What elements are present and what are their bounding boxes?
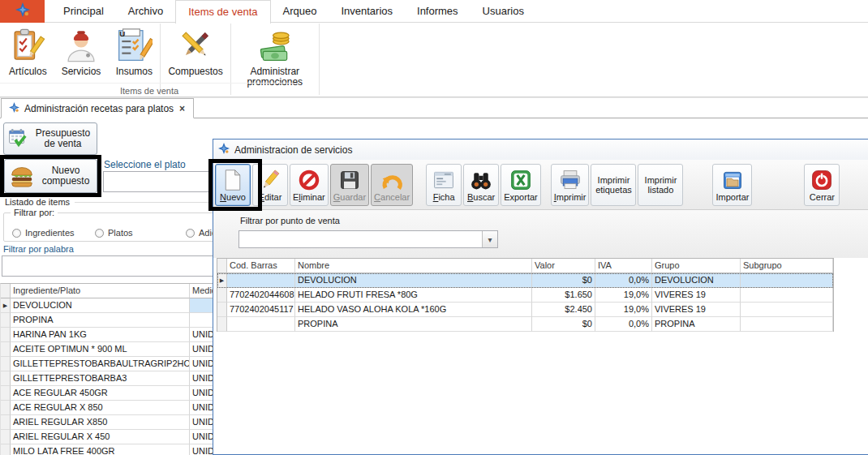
composites-pencils-icon — [177, 26, 214, 65]
menu-tab-informes[interactable]: Informes — [405, 0, 471, 22]
document-tab-label: Administración recetas para platos — [24, 103, 174, 114]
toolbar-button-label: Eliminar — [293, 192, 325, 202]
cell-subgrupo — [741, 317, 833, 332]
cell-cod-barras — [227, 273, 295, 288]
dialog-title: Administracion de servicios — [234, 144, 352, 156]
row-selector-cell — [1, 415, 11, 430]
dialog-title-bar[interactable]: Administracion de servicios — [213, 140, 868, 160]
cell-valor: $2.450 — [532, 303, 595, 317]
cell-ingrediente: ACE REGULAR X 850 — [11, 401, 190, 415]
toolbar-button-cancelar: Cancelar — [371, 164, 413, 206]
presupuesto-de-venta-button[interactable]: Presupuesto de venta — [3, 122, 97, 155]
radio-circle-icon — [186, 229, 195, 238]
app-window: PrincipalArchivoItems de ventaArqueoInve… — [0, 0, 868, 455]
column-header-valor[interactable]: Valor — [532, 259, 595, 273]
button-label: Nuevo compuesto — [39, 165, 92, 187]
cell-subgrupo — [741, 303, 833, 317]
menu-tab-inventarios[interactable]: Inventarios — [329, 0, 405, 22]
row-selector-cell — [1, 430, 11, 444]
toolbar-button-label: Cancelar — [374, 192, 410, 202]
toolbar-button-importar[interactable]: Importar — [712, 164, 752, 206]
cell-iva: 19,0% — [595, 303, 652, 317]
row-selector-cell — [1, 371, 11, 386]
excel-export-icon — [509, 167, 533, 192]
cancel-icon — [380, 167, 404, 192]
toolbar-button-exportar[interactable]: Exportar — [501, 164, 541, 206]
toolbar-button-ficha[interactable]: Ficha — [426, 164, 462, 206]
menu-tab-arqueo[interactable]: Arqueo — [271, 0, 329, 22]
column-header-subgrupo[interactable]: Subgrupo — [741, 259, 833, 273]
chevron-down-icon[interactable]: ▾ — [482, 231, 497, 247]
table-row[interactable]: PROPINA$00,0%PROPINA — [217, 317, 833, 332]
cell-ingrediente: HARINA PAN 1KG — [11, 328, 190, 342]
tab-administracion-recetas[interactable]: Administración recetas para platos × — [1, 98, 194, 118]
menu-tab-items-de-venta[interactable]: Items de venta — [175, 0, 270, 24]
column-header-iva[interactable]: IVA — [595, 259, 652, 273]
pos-filter-section: Filtrar por punto de venta ▾ — [213, 210, 868, 258]
table-row[interactable]: 7702402044608HELADO FRUTI FRESA *80G$1.6… — [217, 288, 833, 303]
table-row[interactable]: ▶DEVOLUCION$00,0%DEVOLUCION — [217, 273, 833, 288]
toolbar-button-label: Editar — [259, 192, 282, 202]
radio-label: Platos — [108, 228, 133, 238]
cell-ingrediente: ARIEL REGULAR X 450 — [11, 430, 190, 444]
toolbar-button-cerrar[interactable]: Cerrar — [804, 164, 840, 206]
menu-tab-archivo[interactable]: Archivo — [116, 0, 175, 22]
app-star-icon — [218, 143, 230, 157]
column-header-gutter — [217, 259, 227, 273]
toolbar-button-buscar[interactable]: Buscar — [463, 164, 499, 206]
toolbar-button-label: Importar — [715, 192, 749, 202]
budget-calendar-icon — [8, 127, 29, 151]
ribbon-item-label: Compuestos — [168, 67, 222, 77]
cell-subgrupo — [741, 273, 833, 288]
new-document-icon — [221, 167, 245, 192]
cell-nombre: PROPINA — [295, 317, 532, 332]
toolbar-button-label: Imprimir listado — [641, 175, 680, 195]
toolbar-button-label: Imprimir etiquetas — [594, 175, 633, 195]
close-tab-icon[interactable]: × — [178, 103, 186, 114]
toolbar-button-editar[interactable]: Editar — [252, 164, 288, 206]
menu-bar: PrincipalArchivoItems de ventaArqueoInve… — [0, 0, 868, 23]
column-header-ingrediente-plato[interactable]: Ingrediente/Plato — [11, 284, 190, 298]
cell-ingrediente: DEVOLUCION — [11, 298, 190, 313]
pos-filter-label: Filtrar por punto de venta — [240, 216, 340, 225]
delete-icon — [297, 167, 321, 192]
radio-option-ingredientes[interactable]: Ingredientes — [12, 228, 75, 238]
column-header-cod-barras[interactable]: Cod. Barras — [227, 259, 295, 273]
row-selector-cell — [217, 317, 227, 332]
cell-cod-barras: 7702402044608 — [227, 288, 295, 303]
menu-tab-principal[interactable]: Principal — [51, 0, 116, 22]
cell-ingrediente: PROPINA — [11, 313, 190, 328]
nuevo-compuesto-button[interactable]: Nuevo compuesto — [4, 159, 97, 193]
toolbar-button-imprimir[interactable]: Imprimir — [551, 164, 590, 206]
cell-iva: 0,0% — [595, 317, 652, 332]
cell-ingrediente: ARIEL REGULAR X850 — [11, 415, 190, 430]
toolbar-button-imprimir-etiquetas[interactable]: Imprimir etiquetas — [591, 164, 636, 206]
toolbar-button-imprimir-listado[interactable]: Imprimir listado — [638, 164, 683, 206]
power-close-icon — [810, 167, 834, 192]
radio-option-platos[interactable]: Platos — [95, 228, 133, 238]
app-logo-button[interactable] — [0, 0, 45, 23]
toolbar-button-label: Exportar — [504, 192, 538, 202]
ribbon-group-label: Items de venta — [0, 83, 299, 96]
save-icon — [337, 167, 362, 192]
column-header-nombre[interactable]: Nombre — [295, 259, 532, 273]
pos-filter-combobox[interactable]: ▾ — [238, 230, 498, 248]
search-icon — [469, 167, 493, 192]
cell-nombre: HELADO VASO ALOHA KOLA *160G — [295, 303, 532, 317]
filter-by-label: Filtrar por: — [11, 208, 58, 217]
column-header-grupo[interactable]: Grupo — [652, 259, 741, 273]
menu-tab-strip: PrincipalArchivoItems de ventaArqueoInve… — [51, 0, 536, 22]
toolbar-button-nuevo[interactable]: Nuevo — [215, 164, 251, 206]
row-selector-cell — [1, 444, 11, 455]
toolbar-button-eliminar[interactable]: Eliminar — [290, 164, 329, 206]
row-selector-cell — [1, 401, 11, 415]
toolbar-button-label: Buscar — [467, 192, 495, 202]
cell-cod-barras — [227, 317, 295, 332]
select-dish-label: Seleccione el plato — [104, 159, 186, 170]
toolbar-button-label: Nuevo — [220, 192, 246, 202]
menu-tab-usuarios[interactable]: Usuarios — [471, 0, 536, 22]
cell-grupo: PROPINA — [652, 317, 741, 332]
table-row[interactable]: 7702402045117HELADO VASO ALOHA KOLA *160… — [217, 303, 833, 317]
cell-iva: 19,0% — [595, 288, 652, 303]
row-selector-cell — [1, 328, 11, 342]
